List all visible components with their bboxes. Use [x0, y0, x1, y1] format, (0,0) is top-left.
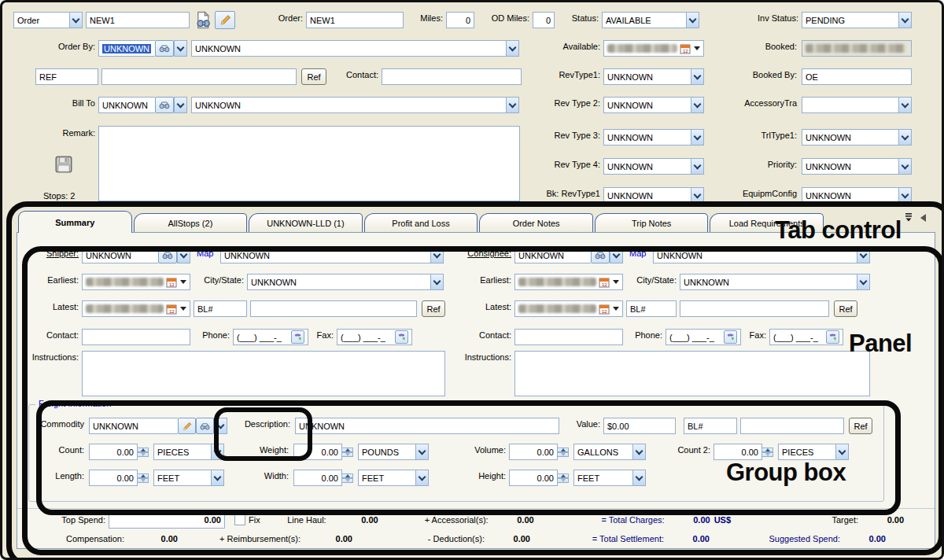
shipper-latest-date[interactable]: 12	[82, 300, 190, 317]
length-unit-select[interactable]: FEET	[153, 470, 224, 486]
volume-unit-select[interactable]: GALLONS	[573, 444, 646, 460]
chevron-down-icon[interactable]	[686, 12, 699, 28]
shipper-instructions-textarea[interactable]	[82, 351, 445, 396]
consignee-fax-field[interactable]: (___) ___-_	[769, 329, 843, 345]
shipper-contact-field[interactable]	[82, 329, 190, 345]
status-select[interactable]: AVAILABLE	[602, 12, 699, 28]
volume-stepper[interactable]: 0.00	[509, 444, 569, 460]
remark-textarea[interactable]	[98, 126, 520, 201]
consignee-bl-type-field[interactable]: BL#	[626, 300, 677, 317]
count2-unit-select[interactable]: PIECES	[778, 444, 849, 460]
chevron-down-icon[interactable]	[691, 187, 704, 204]
order-type-select[interactable]: Order	[13, 12, 83, 28]
binoculars-icon[interactable]	[155, 40, 174, 57]
ref-type-field[interactable]: REF	[35, 68, 98, 85]
chevron-down-icon[interactable]	[898, 187, 912, 204]
count-stepper[interactable]: 0.00	[89, 444, 149, 460]
search-document-icon[interactable]	[194, 11, 212, 29]
calendar-icon[interactable]: 12	[166, 277, 177, 288]
calendar-dropdown-icon[interactable]	[613, 280, 619, 284]
shipper-phone-field[interactable]: (___) ___-_	[233, 329, 308, 345]
height-unit-select[interactable]: FEET	[573, 470, 646, 486]
booked-by-field[interactable]: OE	[802, 68, 912, 85]
width-value[interactable]: 0.00	[293, 470, 342, 486]
chevron-down-icon[interactable]	[898, 129, 912, 146]
revtype1-select[interactable]: UNKNOWN	[603, 68, 704, 85]
spin-down-icon[interactable]	[342, 478, 353, 483]
binoculars-icon[interactable]	[196, 418, 214, 434]
chevron-down-icon[interactable]	[69, 12, 83, 28]
rev-type2-select[interactable]: UNKNOWN	[603, 97, 704, 113]
chevron-down-icon[interactable]	[506, 40, 519, 57]
chevron-down-icon[interactable]	[691, 97, 704, 113]
freight-ref-button[interactable]: Ref	[849, 418, 872, 434]
height-stepper[interactable]: 0.00	[509, 470, 569, 486]
save-disk-icon[interactable]	[54, 155, 73, 174]
chevron-down-icon[interactable]	[691, 158, 704, 175]
description-field[interactable]: UNKNOWN	[295, 418, 559, 434]
spin-down-icon[interactable]	[558, 452, 569, 457]
edit-pencil-icon[interactable]	[215, 11, 235, 29]
consignee-bl-field[interactable]	[680, 300, 829, 317]
count-unit-select[interactable]: PIECES	[153, 444, 224, 460]
consignee-city-state-combo[interactable]: UNKNOWN	[680, 274, 870, 290]
consignee-map-link[interactable]: Map	[629, 249, 651, 258]
calendar-dropdown-icon[interactable]	[180, 280, 186, 284]
width-unit-select[interactable]: FEET	[358, 470, 429, 486]
edit-pencil-icon[interactable]	[178, 418, 196, 434]
order-field[interactable]: NEW1	[306, 12, 404, 28]
calendar-icon[interactable]: 12	[599, 277, 610, 288]
chevron-down-icon[interactable]	[174, 40, 187, 57]
spin-down-icon[interactable]	[558, 478, 569, 483]
volume-value[interactable]: 0.00	[509, 444, 558, 460]
top-spend-input[interactable]: 0.00	[109, 512, 225, 529]
chevron-down-icon[interactable]	[610, 247, 623, 263]
od-miles-field[interactable]: 0	[533, 12, 555, 28]
calendar-dropdown-icon[interactable]	[694, 46, 700, 50]
length-stepper[interactable]: 0.00	[89, 470, 149, 486]
binoculars-icon[interactable]	[155, 97, 174, 113]
tab-list-icon[interactable]	[904, 213, 913, 222]
shipper-bl-field[interactable]	[250, 300, 417, 317]
consignee-contact-field[interactable]	[514, 329, 623, 345]
consignee-instructions-textarea[interactable]	[514, 351, 870, 396]
count-value[interactable]: 0.00	[89, 444, 138, 460]
chevron-down-icon[interactable]	[857, 274, 870, 290]
calendar-dropdown-icon[interactable]	[613, 307, 619, 311]
priority-select[interactable]: UNKNOWN	[802, 158, 912, 175]
equipmconfig-select[interactable]: UNKNOWN	[802, 187, 912, 204]
accessorytra-select[interactable]	[802, 97, 912, 113]
spin-down-icon[interactable]	[138, 478, 149, 483]
chevron-down-icon[interactable]	[632, 444, 646, 460]
calendar-icon[interactable]: 12	[599, 304, 610, 315]
shipper-code-combo[interactable]: UNKNOWN	[82, 247, 190, 263]
fix-checkbox[interactable]	[234, 514, 245, 525]
contact-field[interactable]	[382, 68, 522, 85]
chevron-down-icon[interactable]	[415, 444, 429, 460]
chevron-down-icon[interactable]	[857, 247, 870, 263]
calendar-icon[interactable]: 12	[166, 304, 177, 315]
phone-dial-icon[interactable]	[826, 330, 839, 344]
tab-trip-notes[interactable]: Trip Notes	[595, 213, 709, 232]
freight-bl-field[interactable]	[740, 418, 844, 434]
chevron-down-icon[interactable]	[211, 470, 224, 486]
height-value[interactable]: 0.00	[509, 470, 558, 486]
shipper-link[interactable]: Shipper:	[30, 249, 79, 258]
spin-down-icon[interactable]	[762, 452, 773, 457]
chevron-down-icon[interactable]	[506, 97, 519, 113]
order-number-input[interactable]: NEW1	[86, 12, 190, 28]
shipper-bl-type-field[interactable]: BL#	[194, 300, 247, 317]
consignee-code-combo[interactable]: UNKNOWN	[514, 247, 623, 263]
miles-field[interactable]: 0	[446, 12, 474, 28]
shipper-map-link[interactable]: Map	[197, 249, 219, 258]
calendar-icon[interactable]: 12	[680, 43, 691, 54]
length-value[interactable]: 0.00	[89, 470, 138, 486]
tab-profit-and-loss[interactable]: Profit and Loss	[364, 213, 478, 232]
shipper-name-combo[interactable]: UNKNOWN	[220, 247, 444, 263]
binoculars-icon[interactable]	[158, 247, 177, 263]
weight-value[interactable]: 0.00	[293, 444, 342, 460]
chevron-down-icon[interactable]	[898, 97, 912, 113]
phone-dial-icon[interactable]	[724, 330, 737, 344]
chevron-down-icon[interactable]	[691, 68, 704, 85]
count2-stepper[interactable]: 0.00	[714, 444, 773, 460]
